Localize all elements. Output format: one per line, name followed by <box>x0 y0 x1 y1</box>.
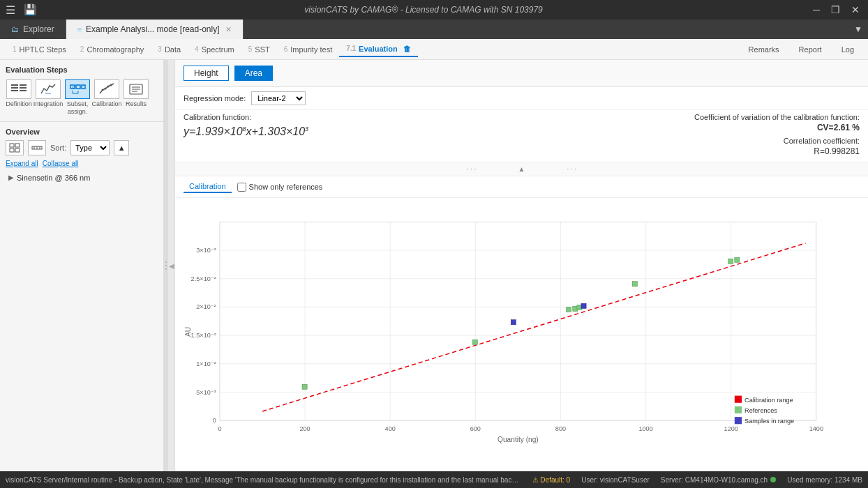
definition-icon <box>6 79 31 99</box>
chart-arrows: · · · ▲ · · · <box>175 162 868 176</box>
nav-num-spectrum: 4 <box>195 45 199 53</box>
status-memory: Used memory: 1234 MB <box>787 476 862 484</box>
step-subset-assign[interactable]: S Subset, assign. <box>64 79 91 116</box>
calibration-label: Calibration <box>91 100 121 108</box>
resize-dots <box>165 261 167 270</box>
nav-tab-spectrum[interactable]: 4 Spectrum <box>188 43 241 56</box>
svg-rect-79 <box>735 417 742 424</box>
nav-tab-chromatography[interactable]: 2 Chromatography <box>73 43 151 56</box>
show-only-references-text: Show only references <box>249 183 323 191</box>
status-user: User: visionCATSuser <box>581 476 650 484</box>
svg-text:800: 800 <box>555 425 566 432</box>
top-controls: Height Area <box>175 60 868 87</box>
minimize-button[interactable]: ─ <box>810 4 823 15</box>
correlation-value: R=0.998281 <box>694 146 860 156</box>
nav-tab-sst[interactable]: 5 SST <box>241 43 277 56</box>
nav-num-sst: 5 <box>248 45 253 53</box>
titlebar: ☰ 💾 visionCATS by CAMAG® - Licensed to C… <box>0 0 868 20</box>
nav-tab-hptlc[interactable]: 1 HPTLC Steps <box>6 43 73 56</box>
evaluation-delete-icon[interactable]: 🗑 <box>403 45 411 53</box>
status-message: visionCATS Server/Internal routine - Bac… <box>6 476 521 484</box>
results-label: Results <box>126 100 147 108</box>
regression-mode-label: Regression mode: <box>184 94 246 102</box>
calibration-chart-tab[interactable]: Calibration <box>184 181 232 193</box>
nav-log-button[interactable]: Log <box>833 43 862 56</box>
svg-point-15 <box>105 88 107 90</box>
calibration-function-label: Calibration function: <box>184 113 308 121</box>
nav-label-data: Data <box>165 45 181 54</box>
nav-tab-data[interactable]: 3 Data <box>151 43 188 56</box>
app-name-italic: visionCATS <box>304 5 347 15</box>
nav-report-button[interactable]: Report <box>791 43 830 56</box>
svg-rect-1 <box>11 87 18 89</box>
nav-tab-impurity[interactable]: 6 Impurity test <box>277 43 339 56</box>
statusbar: visionCATS Server/Internal routine - Bac… <box>0 471 868 488</box>
status-server: Server: CM414MO-W10.camag.ch <box>661 476 776 484</box>
right-panel: Height Area Regression mode: Linear-1 Li… <box>175 60 868 471</box>
tab-example[interactable]: ≡ Example Analysi... mode [read-only] ✕ <box>66 20 244 39</box>
svg-rect-73 <box>511 320 516 325</box>
left-expand-arrow[interactable]: · · · <box>467 165 477 173</box>
maximize-button[interactable]: ❐ <box>828 4 843 15</box>
evaluation-steps-title: Evaluation Steps <box>6 66 158 74</box>
svg-rect-30 <box>220 222 816 420</box>
tab-close-button[interactable]: ✕ <box>225 25 232 34</box>
right-expand-arrow[interactable]: · · · <box>567 165 576 173</box>
app-title: visionCATS by CAMAG® - Licensed to CAMAG… <box>37 5 810 15</box>
sort-direction-button[interactable]: ▲ <box>114 140 129 155</box>
svg-text:Calibration range: Calibration range <box>744 397 793 404</box>
tabbar-dropdown-icon[interactable]: ▼ <box>854 24 862 34</box>
chart-header: Calibration Show only references <box>175 176 868 198</box>
cv-label: Coefficient of variation of the calibrat… <box>694 113 860 121</box>
center-collapse-arrow[interactable]: ▲ <box>518 165 525 173</box>
nav-tab-evaluation[interactable]: 7.1 Evaluation 🗑 <box>339 42 418 57</box>
expand-icon-btn[interactable] <box>6 140 24 155</box>
svg-rect-25 <box>15 148 20 152</box>
expand-all-link[interactable]: Expand all <box>6 160 38 167</box>
tab-explorer-label: Explorer <box>23 24 54 34</box>
height-toggle-button[interactable]: Height <box>184 66 229 81</box>
svg-rect-67 <box>567 307 571 312</box>
nav-label-evaluation: Evaluation <box>359 45 398 53</box>
collapse-all-link[interactable]: Collapse all <box>43 160 79 167</box>
results-icon <box>124 79 149 99</box>
evaluation-steps-panel: Evaluation Steps Definition <box>0 60 163 122</box>
tab-explorer[interactable]: 🗂 Explorer <box>0 20 66 39</box>
main-layout: Evaluation Steps Definition <box>0 60 868 471</box>
overview-title: Overview <box>6 128 158 136</box>
window-controls: ─ ❐ ✕ <box>810 4 862 15</box>
close-button[interactable]: ✕ <box>848 4 862 15</box>
left-panel: Evaluation Steps Definition <box>0 60 164 471</box>
tree-arrow-icon: ▶ <box>8 174 14 181</box>
svg-rect-23 <box>15 144 20 147</box>
file-icon: ≡ <box>77 25 82 33</box>
tree-item-sinensetin[interactable]: ▶ Sinensetin @ 366 nm <box>6 171 158 184</box>
collapse-icon-btn[interactable] <box>28 140 46 155</box>
step-results[interactable]: Results <box>123 79 149 108</box>
nav-remarks-button[interactable]: Remarks <box>740 43 788 56</box>
svg-text:200: 200 <box>299 425 310 432</box>
cv-value: CV=2.61 % <box>694 123 860 132</box>
calibration-chart: 0 5×10⁻³ 1×10⁻² 1.5×10⁻² 2×10⁻² 2.5×10⁻²… <box>181 198 862 466</box>
svg-rect-0 <box>11 84 18 86</box>
svg-rect-4 <box>20 87 27 89</box>
tree-item-label: Sinensetin @ 366 nm <box>17 174 90 182</box>
show-only-references-checkbox[interactable] <box>237 183 246 192</box>
svg-rect-77 <box>735 406 742 413</box>
regression-mode-select[interactable]: Linear-1 Linear-2 Quadratic <box>251 91 306 105</box>
svg-text:Samples in range: Samples in range <box>744 418 794 425</box>
save-icon[interactable]: 💾 <box>24 3 37 16</box>
collapse-handle[interactable]: ◀ <box>168 60 175 471</box>
sort-type-select[interactable]: Type Name Date <box>70 140 110 155</box>
svg-rect-5 <box>20 90 27 91</box>
regression-row: Regression mode: Linear-1 Linear-2 Quadr… <box>175 87 868 110</box>
step-definition[interactable]: Definition <box>6 79 32 108</box>
svg-point-16 <box>107 86 110 88</box>
step-integration[interactable]: Integration <box>35 79 61 108</box>
svg-text:2.5×10⁻²: 2.5×10⁻² <box>191 275 216 282</box>
hamburger-icon[interactable]: ☰ <box>6 3 15 17</box>
calibration-left: Calibration function: y=1.939×108x+1.303… <box>184 113 308 138</box>
area-toggle-button[interactable]: Area <box>234 66 273 81</box>
nav-label-hptlc: HPTLC Steps <box>20 45 66 54</box>
step-calibration[interactable]: Calibration <box>93 79 120 108</box>
